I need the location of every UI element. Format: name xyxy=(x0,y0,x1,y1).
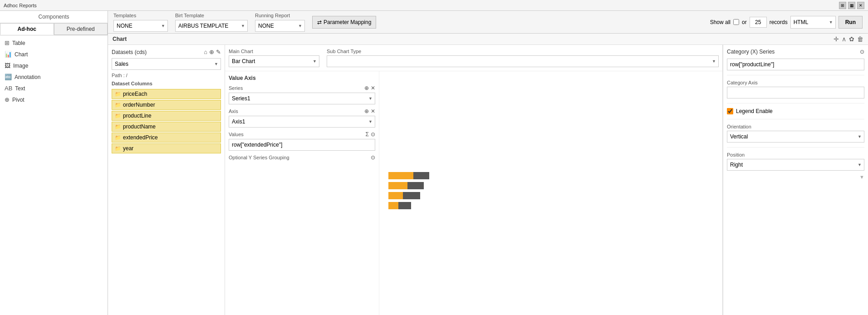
legend-enable-row: Legend Enable xyxy=(727,108,864,114)
sidebar-item-image[interactable]: 🖼 Image xyxy=(0,60,108,71)
divider-2 xyxy=(727,103,864,103)
format-select[interactable]: HTML PDF Excel CSV xyxy=(790,16,836,29)
edit-dataset-icon[interactable]: ✎ xyxy=(216,49,221,55)
delete-axis-icon[interactable]: ✕ xyxy=(371,108,375,114)
templates-select-wrapper: NONE xyxy=(113,20,168,32)
format-select-wrapper: HTML PDF Excel CSV xyxy=(790,16,836,29)
sidebar-item-annotation[interactable]: 🔤 Annotation xyxy=(0,71,108,83)
chart-header: Chart ✛ ∧ ✿ 🗑 xyxy=(108,34,868,45)
param-mapping-icon: ⇄ xyxy=(317,19,322,25)
templates-group: Templates NONE xyxy=(113,13,168,32)
chart-section: Chart ✛ ∧ ✿ 🗑 Datasets (cds) ⌂ ⊕ xyxy=(108,34,868,315)
legend-enable-checkbox[interactable] xyxy=(727,108,733,114)
column-item-productLine: 📁 productLine xyxy=(112,111,221,121)
up-icon[interactable]: ∧ xyxy=(842,35,846,43)
datasets-select[interactable]: Sales xyxy=(112,58,221,70)
datasets-header: Datasets (cds) ⌂ ⊕ ✎ xyxy=(112,49,221,55)
main-layout: Components Ad-hoc Pre-defined ⊞ Table 📊 … xyxy=(0,11,868,315)
values-header: Values Σ ⊙ xyxy=(229,131,375,138)
series-header: Series ⊕ ✕ xyxy=(229,85,375,91)
svg-rect-1 xyxy=(388,172,413,179)
chart-preview xyxy=(379,71,452,315)
sidebar-item-chart[interactable]: 📊 Chart xyxy=(0,49,108,60)
birt-template-select-wrapper: AIRBUS TEMPLATE xyxy=(175,20,248,32)
datasets-icons: ⌂ ⊕ ✎ xyxy=(204,49,221,55)
grid-icon[interactable]: ⊞ xyxy=(839,2,846,9)
divider-4 xyxy=(727,147,864,148)
sub-chart-select[interactable] xyxy=(327,55,719,67)
home-icon[interactable]: ⌂ xyxy=(204,49,207,55)
table-icon: ⊞ xyxy=(5,39,10,46)
column-item-extendedPrice: 📁 extendedPrice xyxy=(112,133,221,143)
sidebar-items: ⊞ Table 📊 Chart 🖼 Image 🔤 Annotation AB … xyxy=(0,35,108,107)
column-label: year xyxy=(123,145,133,152)
orientation-group: Orientation Vertical Horizontal xyxy=(727,124,864,143)
delete-series-icon[interactable]: ✕ xyxy=(371,85,375,91)
middle-row: Value Axis Series ⊕ ✕ xyxy=(225,71,722,315)
axis-select[interactable]: Axis1 xyxy=(229,116,375,128)
sidebar-item-pivot[interactable]: ⊕ Pivot xyxy=(0,94,108,105)
position-select[interactable]: Right Left Top Bottom xyxy=(727,159,864,171)
column-icon: 📁 xyxy=(115,146,121,152)
category-axis-input[interactable] xyxy=(727,87,864,98)
param-mapping-button[interactable]: ⇄ Parameter Mapping xyxy=(312,16,376,29)
running-report-select[interactable]: NONE xyxy=(255,20,305,32)
sidebar-item-label: Pivot xyxy=(12,97,25,103)
show-all-label: Show all xyxy=(710,19,731,25)
chart-icon: 📊 xyxy=(5,51,12,58)
axis-header: Axis ⊕ ✕ xyxy=(229,108,375,114)
category-series-input[interactable] xyxy=(727,59,864,70)
birt-template-select[interactable]: AIRBUS TEMPLATE xyxy=(175,20,248,32)
columns-label: Dataset Columns xyxy=(112,81,221,86)
dataset-columns-list: 📁 priceEach 📁 orderNumber 📁 productLine xyxy=(112,89,221,154)
svg-rect-3 xyxy=(388,182,407,189)
show-all-checkbox[interactable] xyxy=(733,19,739,25)
column-label: priceEach xyxy=(123,91,147,97)
pivot-icon: ⊕ xyxy=(5,96,10,103)
add-series-icon[interactable]: ⊕ xyxy=(364,85,369,91)
add-dataset-icon[interactable]: ⊕ xyxy=(209,49,214,55)
optional-y-label: Optional Y Series Grouping xyxy=(229,155,289,160)
sidebar-item-text[interactable]: AB Text xyxy=(0,83,108,94)
right-properties-panel: Category (X) Series ⊙ Category Axis xyxy=(723,45,868,315)
optional-y-icon[interactable]: ⊙ xyxy=(371,154,375,161)
category-series-icon[interactable]: ⊙ xyxy=(860,49,864,55)
sidebar-item-label: Image xyxy=(13,63,28,69)
main-chart-group: Main Chart Bar Chart Line Chart Pie Char… xyxy=(229,49,319,67)
optional-y-group: Optional Y Series Grouping ⊙ xyxy=(229,154,375,161)
values-input[interactable] xyxy=(229,139,375,151)
settings-icon[interactable]: ✿ xyxy=(849,35,854,43)
main-chart-select-wrapper: Bar Chart Line Chart Pie Chart xyxy=(229,55,319,67)
delete-icon[interactable]: 🗑 xyxy=(857,35,863,43)
sidebar: Components Ad-hoc Pre-defined ⊞ Table 📊 … xyxy=(0,11,108,315)
tab-predefined[interactable]: Pre-defined xyxy=(54,23,108,35)
table-icon[interactable]: ▦ xyxy=(848,2,855,9)
sidebar-item-label: Chart xyxy=(15,51,28,58)
tab-adhoc[interactable]: Ad-hoc xyxy=(0,23,54,35)
orientation-select[interactable]: Vertical Horizontal xyxy=(727,131,864,143)
values-icons: Σ ⊙ xyxy=(366,131,375,138)
records-input[interactable] xyxy=(750,17,767,28)
sidebar-header: Components xyxy=(0,11,108,23)
sum-icon[interactable]: Σ xyxy=(366,131,369,138)
close-icon[interactable]: ✕ xyxy=(857,2,864,9)
column-label: extendedPrice xyxy=(123,134,158,141)
column-icon: 📁 xyxy=(115,113,121,119)
column-item-year: 📁 year xyxy=(112,143,221,153)
sub-chart-select-wrapper xyxy=(327,55,719,67)
datasets-panel: Datasets (cds) ⌂ ⊕ ✎ Sales Path : / Dat xyxy=(108,45,225,315)
main-chart-select[interactable]: Bar Chart Line Chart Pie Chart xyxy=(229,55,319,67)
add-axis-icon[interactable]: ⊕ xyxy=(364,108,369,114)
column-icon: 📁 xyxy=(115,91,121,97)
templates-select[interactable]: NONE xyxy=(113,20,168,32)
more-icon[interactable]: ⊙ xyxy=(371,131,375,138)
birt-template-group: Birt Template AIRBUS TEMPLATE xyxy=(175,13,248,32)
run-button[interactable]: Run xyxy=(839,16,863,29)
category-series-value-group xyxy=(727,59,864,70)
column-label: productName xyxy=(123,123,156,130)
column-item-priceEach: 📁 priceEach xyxy=(112,89,221,99)
sidebar-item-table[interactable]: ⊞ Table xyxy=(0,37,108,49)
series-select[interactable]: Series1 xyxy=(229,93,375,104)
add-chart-icon[interactable]: ✛ xyxy=(834,35,839,43)
center-panel: Main Chart Bar Chart Line Chart Pie Char… xyxy=(225,45,723,315)
